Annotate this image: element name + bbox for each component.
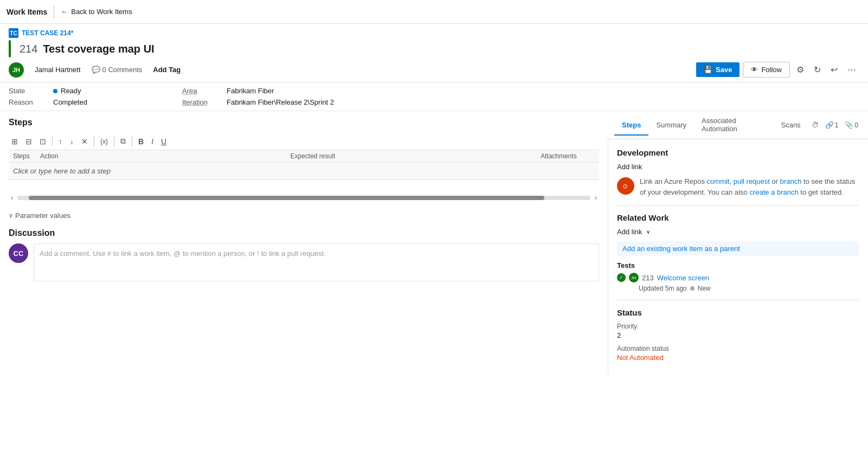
underline-button[interactable]: U [158,136,169,147]
tab-summary[interactable]: Summary [648,115,694,136]
comments-link[interactable]: 💬 0 Comments [92,66,143,74]
undo-button[interactable]: ↩ [827,62,841,77]
state-dot [53,89,57,93]
param-values-label: Parameter values [15,211,70,220]
state-indicator [9,40,11,57]
follow-label: Follow [761,66,782,74]
work-item-meta: JH Jamal Hartnett 💬 0 Comments Add Tag 💾… [9,62,859,82]
divider-2 [617,300,859,300]
toolbar-separator-3 [114,137,114,146]
add-step-row[interactable]: Click or type here to add a step [9,163,599,180]
priority-field: Priority 2 [617,323,859,339]
iteration-value[interactable]: Fabrikam Fiber\Release 2\Sprint 2 [227,98,334,106]
test-updated: Updated 5m ago New [639,285,859,292]
add-step2-button[interactable]: ⊟ [23,136,35,147]
discussion-user-avatar: CC [9,243,28,263]
horizontal-scrollbar[interactable]: ‹ › [9,191,599,205]
scroll-left-arrow[interactable]: ‹ [9,193,15,203]
italic-button[interactable]: I [149,136,156,147]
comment-input[interactable]: Add a comment. Use # to link a work item… [34,243,599,281]
scrollbar-track[interactable] [17,196,590,200]
commit-link[interactable]: commit, [707,177,732,185]
move-down-button[interactable]: ↓ [67,136,76,147]
add-step-button[interactable]: ⊞ [9,136,21,147]
attachments-count: 0 [854,121,858,129]
work-items-nav-title: Work Items [7,8,47,16]
related-add-link-label: Add link [617,228,642,236]
save-button[interactable]: 💾 Save [696,62,740,77]
development-section: Development Add link ⬡ Link an Azure Re [617,148,859,197]
dev-description: Link an Azure Repos commit, pull request… [640,176,859,197]
tab-icons: ⏱ 🔗 1 📎 0 [808,119,861,131]
state-field-row: State Ready [9,87,160,95]
nav-divider [54,5,54,18]
parameter-values[interactable]: ∨ Parameter values [9,209,599,222]
toolbar-separator-4 [132,137,132,146]
tests-section-title: Tests [617,261,859,269]
test-case-label-text: TEST CASE 214* [22,29,73,37]
priority-value[interactable]: 2 [617,331,859,339]
dev-add-link-label: Add link [617,163,642,171]
params-button[interactable]: {x} [98,136,111,147]
pull-request-link[interactable]: pull request [734,177,770,185]
more-button[interactable]: ⋯ [844,62,859,77]
links-icon-button[interactable]: 🔗 1 [822,119,842,131]
attachments-icon-button[interactable]: 📎 0 [841,119,861,131]
expand-button[interactable]: ⊡ [37,136,49,147]
scrollbar-thumb [29,196,544,200]
move-up-button[interactable]: ↑ [56,136,65,147]
automation-status-value[interactable]: Not Automated [617,354,859,362]
copy-button[interactable]: ⧉ [118,135,128,147]
dev-add-link-row[interactable]: Add link [617,163,859,171]
add-parent-link[interactable]: Add an existing work item as a parent [617,241,859,256]
state-text[interactable]: Ready [61,87,81,95]
toolbar-separator-1 [52,137,53,146]
links-count: 1 [835,121,839,129]
header-actions: 💾 Save 👁 Follow ⚙ ↻ ↩ ⋯ [696,62,859,78]
col-expected-header: Expected result [291,152,541,160]
steps-table-header: Steps Action Expected result Attachments [9,150,599,163]
related-work-section: Related Work Add link ∨ Add an existing … [617,213,859,292]
automation-status-label: Automation status [617,345,859,352]
status-section: Status Priority 2 Automation status Not … [617,308,859,362]
comments-count: 0 Comments [102,66,143,74]
create-branch-link[interactable]: create a branch [749,188,798,196]
tab-steps-label: Steps [622,121,641,129]
test-name-link[interactable]: Welcome screen [657,274,710,282]
delete-step-button[interactable]: ✕ [79,136,91,147]
settings-button[interactable]: ⚙ [793,62,807,77]
tab-associated-automation[interactable]: Associated Automation [694,111,773,139]
test-id: 213 [642,274,654,282]
add-link-chevron: ∨ [646,229,650,235]
test-updated-text: Updated 5m ago [639,285,687,292]
col-action-header: Action [40,152,291,160]
discussion-title: Discussion [9,228,599,238]
state-label: State [9,87,47,95]
test-case-icon: TC [9,28,18,38]
toolbar-separator-2 [94,137,94,146]
add-tag-button[interactable]: Add Tag [153,66,181,74]
add-step-placeholder: Click or type here to add a step [13,167,111,175]
scroll-right-arrow[interactable]: › [593,193,599,203]
test-item-avatar: JH [629,273,639,282]
back-arrow-icon: ← [61,8,68,16]
related-add-link-button[interactable]: Add link ∨ [617,228,859,236]
follow-icon: 👁 [751,66,758,74]
dev-link-row: ⬡ Link an Azure Repos commit, pull reque… [617,176,859,197]
tab-scans[interactable]: Scans [773,115,808,136]
right-tabs: Steps Summary Associated Automation Scan… [608,111,868,139]
save-label: Save [716,66,732,74]
test-item-1: ✓ JH 213 Welcome screen [617,273,859,282]
area-value[interactable]: Fabrikam Fiber [227,87,274,95]
tab-steps[interactable]: Steps [614,115,648,136]
discussion-input-row: CC Add a comment. Use # to link a work i… [9,243,599,281]
refresh-button[interactable]: ↻ [811,62,824,77]
reason-value[interactable]: Completed [53,98,87,106]
follow-button[interactable]: 👁 Follow [743,62,790,78]
branch-link[interactable]: branch [780,177,802,185]
content-area: Steps ⊞ ⊟ ⊡ ↑ ↓ ✕ {x} ⧉ [0,111,868,469]
bold-button[interactable]: B [136,136,146,147]
back-to-work-items-link[interactable]: ← Back to Work Items [61,8,132,16]
history-icon-button[interactable]: ⏱ [808,119,822,131]
priority-label: Priority [617,323,859,330]
